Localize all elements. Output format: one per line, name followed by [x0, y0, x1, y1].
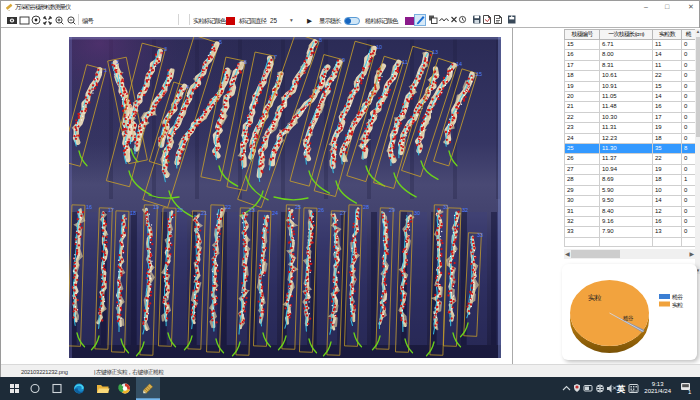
svg-text:25: 25: [295, 204, 301, 210]
svg-text:14: 14: [456, 61, 462, 67]
svg-text:8: 8: [319, 37, 322, 43]
svg-text:1: 1: [688, 389, 692, 395]
svg-text:29: 29: [389, 207, 395, 213]
svg-text:糙谷: 糙谷: [672, 294, 683, 301]
svg-text:16: 16: [86, 204, 92, 210]
svg-text:15: 15: [476, 71, 482, 77]
svg-text:4: 4: [186, 84, 189, 90]
svg-text:33: 33: [477, 232, 483, 238]
svg-text:23: 23: [249, 207, 255, 213]
svg-text:32: 32: [462, 207, 468, 213]
svg-text:24: 24: [272, 210, 278, 216]
svg-text:9: 9: [342, 57, 345, 63]
svg-text:17: 17: [108, 207, 114, 213]
svg-text:10: 10: [376, 44, 382, 50]
svg-text:2: 2: [116, 59, 119, 65]
svg-text:英: 英: [616, 384, 626, 394]
svg-text:19: 19: [153, 204, 159, 210]
svg-text:实粒: 实粒: [672, 302, 683, 308]
svg-text:7: 7: [274, 54, 277, 60]
svg-text:5: 5: [219, 39, 222, 45]
svg-text:26: 26: [318, 207, 324, 213]
svg-text:21: 21: [201, 210, 207, 216]
svg-text:22: 22: [225, 204, 231, 210]
svg-text:20: 20: [177, 207, 183, 213]
svg-text:糙谷: 糙谷: [623, 315, 634, 321]
svg-text:30: 30: [414, 210, 420, 216]
svg-text:3: 3: [164, 46, 167, 52]
svg-text:6: 6: [244, 59, 247, 65]
svg-text:18: 18: [130, 210, 136, 216]
svg-text:13: 13: [432, 49, 438, 55]
svg-text:1: 1: [104, 67, 107, 73]
svg-text:28: 28: [363, 204, 369, 210]
svg-text:27: 27: [340, 210, 346, 216]
svg-text:实粒: 实粒: [588, 294, 602, 301]
svg-text:11: 11: [402, 59, 408, 65]
